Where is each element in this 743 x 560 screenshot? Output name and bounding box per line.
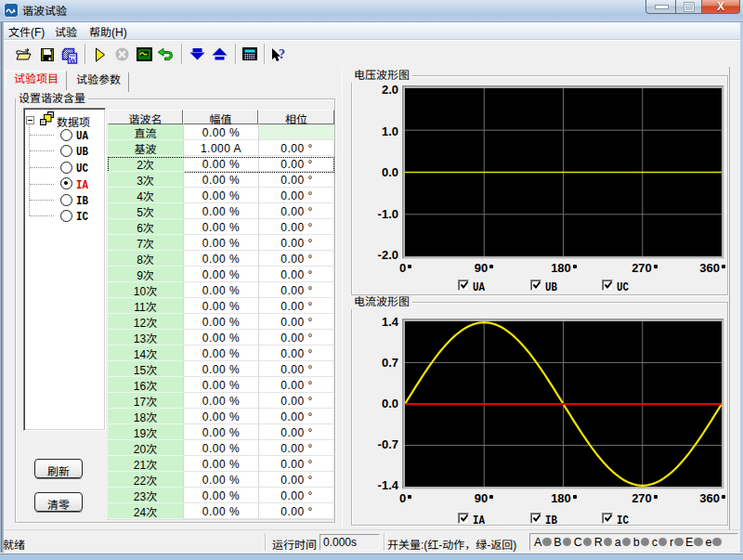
- svg-text:W: W: [69, 57, 76, 65]
- svg-text:?: ?: [279, 47, 285, 61]
